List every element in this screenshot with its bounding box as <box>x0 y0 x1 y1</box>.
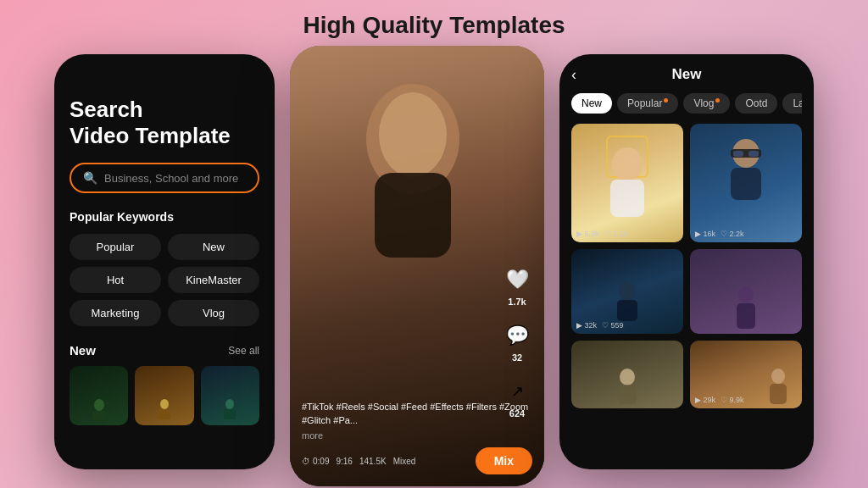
template-4[interactable] <box>690 249 802 334</box>
views-stat: 141.5K <box>359 457 387 466</box>
see-all-link[interactable]: See all <box>228 345 259 357</box>
template-1-views: ▶ 5.9k <box>576 230 599 238</box>
video-bottom: #TikTok #Reels #Social #Feed #Effects #F… <box>290 389 544 486</box>
keywords-grid: Popular New Hot KineMaster Marketing Vlo… <box>70 234 259 326</box>
svg-rect-17 <box>617 300 637 321</box>
svg-rect-23 <box>770 384 787 404</box>
like-count: 1.7k <box>508 297 526 307</box>
tab-vlog[interactable]: Vlog <box>683 93 730 114</box>
template-2-views: ▶ 16k <box>695 230 715 238</box>
clock-icon: ⏱ <box>302 457 310 466</box>
svg-rect-15 <box>731 168 761 200</box>
template-1-likes: ♡ 1.1k <box>604 230 628 238</box>
face-area <box>341 71 485 258</box>
mix-button[interactable]: Mix <box>476 447 532 474</box>
svg-rect-10 <box>610 180 644 217</box>
svg-point-4 <box>225 399 234 409</box>
back-button[interactable]: ‹ <box>571 66 576 84</box>
resolution-stat: 9:16 <box>336 457 352 466</box>
keyword-vlog[interactable]: Vlog <box>168 300 259 326</box>
phone-templates: ‹ New New Popular Vlog Ootd Lab <box>559 54 814 469</box>
keyword-popular[interactable]: Popular <box>70 234 161 260</box>
template-3-stats: ▶ 32k ♡ 559 <box>576 321 624 330</box>
popular-keywords-label: Popular Keywords <box>70 210 259 224</box>
svg-rect-21 <box>618 385 637 404</box>
template-5[interactable] <box>571 341 683 408</box>
thumb-2[interactable] <box>135 366 193 425</box>
duration-stat: ⏱ 0:09 <box>302 457 329 466</box>
svg-point-20 <box>620 369 635 385</box>
heart-icon: 🤍 <box>502 264 532 295</box>
template-1[interactable]: ▶ 5.9k ♡ 1.1k <box>571 124 683 242</box>
template-3[interactable]: ▶ 32k ♡ 559 <box>571 249 683 334</box>
search-icon: 🔍 <box>83 171 97 185</box>
tab-new[interactable]: New <box>571 93 612 114</box>
phone-video: 🤍 1.7k 💬 32 ↗ 624 #TikTok #Reels #Social… <box>290 46 544 486</box>
template-3-views: ▶ 32k <box>576 321 597 330</box>
keyword-hot[interactable]: Hot <box>70 267 161 293</box>
template-2[interactable]: ▶ 16k ♡ 2.2k <box>690 124 802 242</box>
video-stats: ⏱ 0:09 9:16 141.5K Mixed <box>302 457 415 466</box>
quality-stat: Mixed <box>393 457 416 466</box>
keyword-new[interactable]: New <box>168 234 259 260</box>
template-6-likes: ♡ 9.9k <box>721 396 744 404</box>
svg-rect-5 <box>224 409 236 419</box>
template-2-stats: ▶ 16k ♡ 2.2k <box>695 230 744 238</box>
new-thumbnails <box>70 366 259 425</box>
templates-grid: ▶ 5.9k ♡ 1.1k ▶ 16k ♡ 2.2k <box>571 124 802 408</box>
template-1-stats: ▶ 5.9k ♡ 1.1k <box>576 230 627 238</box>
tab-ootd[interactable]: Ootd <box>735 93 777 114</box>
svg-rect-1 <box>92 411 106 421</box>
svg-rect-13 <box>733 151 743 157</box>
svg-point-2 <box>160 399 169 409</box>
template-6[interactable]: ▶ 29k ♡ 9.9k <box>690 341 802 408</box>
template-2-likes: ♡ 2.2k <box>721 230 744 238</box>
tab-popular[interactable]: Popular <box>617 93 678 114</box>
phone-3-notch <box>653 54 721 61</box>
search-placeholder-text: Business, School and more <box>104 172 238 185</box>
comment-action[interactable]: 💬 32 <box>502 320 532 363</box>
comment-icon: 💬 <box>502 320 532 351</box>
new-section-title: New <box>70 343 96 358</box>
template-6-stats: ▶ 29k ♡ 9.9k <box>695 396 744 404</box>
more-label[interactable]: more <box>302 430 532 441</box>
template-3-likes: ♡ 559 <box>602 321 624 330</box>
keyword-marketing[interactable]: Marketing <box>70 300 161 326</box>
thumb-1[interactable] <box>70 366 128 425</box>
svg-point-22 <box>771 369 785 384</box>
hashtags: #TikTok #Reels #Social #Feed #Effects #F… <box>302 401 532 427</box>
svg-point-18 <box>738 286 754 303</box>
tab-lab[interactable]: Lab <box>782 93 802 114</box>
search-bar[interactable]: 🔍 Business, School and more <box>70 163 259 193</box>
template-6-views: ▶ 29k <box>695 396 715 404</box>
svg-point-7 <box>379 92 447 177</box>
phones-container: SearchVideo Template 🔍 Business, School … <box>54 54 814 486</box>
phone-search: SearchVideo Template 🔍 Business, School … <box>54 54 275 469</box>
phone-3-title: New <box>672 66 702 83</box>
video-bg: 🤍 1.7k 💬 32 ↗ 624 #TikTok #Reels #Social… <box>290 46 544 486</box>
page-title: High Quality Templates <box>303 12 565 39</box>
search-title: SearchVideo Template <box>70 97 259 149</box>
svg-point-9 <box>612 147 643 181</box>
svg-rect-3 <box>159 409 170 419</box>
svg-rect-14 <box>748 151 759 157</box>
video-meta: ⏱ 0:09 9:16 141.5K Mixed Mix <box>302 447 532 474</box>
svg-point-16 <box>619 282 636 301</box>
like-action[interactable]: 🤍 1.7k <box>502 264 532 307</box>
filter-tabs: New Popular Vlog Ootd Lab <box>571 93 802 114</box>
new-section-header: New See all <box>70 343 259 358</box>
phone-3-content: ‹ New New Popular Vlog Ootd Lab <box>559 54 814 408</box>
comment-count: 32 <box>512 352 522 363</box>
svg-rect-8 <box>375 173 451 258</box>
phone-3-header: ‹ New <box>571 66 802 83</box>
svg-rect-19 <box>737 303 755 329</box>
svg-point-0 <box>94 399 104 411</box>
thumb-3[interactable] <box>201 366 259 425</box>
keyword-kinemaster[interactable]: KineMaster <box>168 267 259 293</box>
phone-notch <box>131 54 198 61</box>
